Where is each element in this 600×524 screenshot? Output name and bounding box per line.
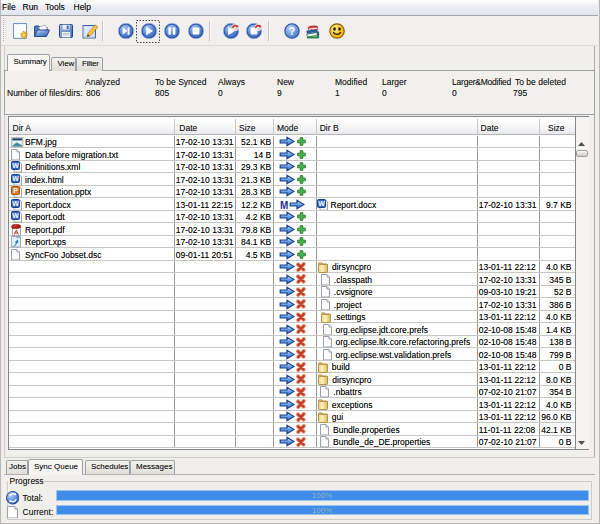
- svg-text:W: W: [12, 200, 19, 207]
- svg-text:W: W: [12, 175, 19, 182]
- svg-text:?: ?: [289, 24, 295, 36]
- svg-text:W: W: [318, 200, 325, 207]
- svg-text:W: W: [12, 212, 19, 219]
- svg-text:M: M: [280, 200, 288, 211]
- svg-text:W: W: [12, 162, 19, 169]
- svg-text:P: P: [13, 187, 18, 194]
